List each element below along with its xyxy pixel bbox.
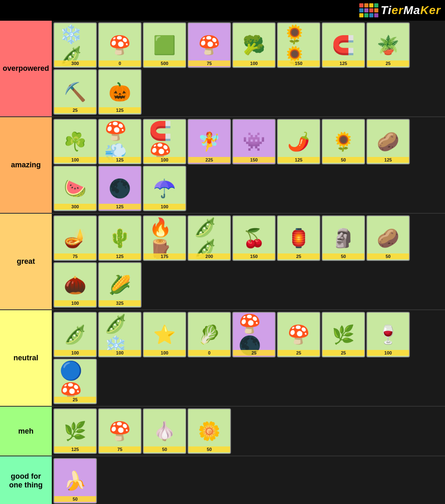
plant-card: ☘️100	[53, 119, 97, 164]
plant-card: 🎃125	[98, 69, 142, 115]
tier-label-meh: meh	[0, 407, 52, 456]
plant-cost: 100	[233, 60, 275, 66]
plant-image: 🧚	[194, 128, 225, 155]
tier-content-neutral: 🫛100🫛❄️100⭐100🥬0🍄🌑25🍄25🌿25🍷100🔵🍄25	[52, 310, 445, 406]
plant-image: 🍷	[373, 321, 404, 348]
plant-card: 🫛❄️100	[98, 312, 142, 357]
plant-image: 🔥🪵	[149, 225, 180, 252]
plant-cost: 125	[54, 446, 96, 452]
plant-cost: 200	[188, 253, 230, 259]
tier-row-overpowered: overpowered❄️🫛300🍄0🟩500🍄75🥦100🌻🌻150🧲125🪴…	[0, 21, 445, 117]
plant-card: 🧄50	[143, 408, 186, 454]
plant-image: 🫛🫛	[194, 225, 225, 252]
plant-image: 🎃	[104, 79, 135, 106]
logo-dot	[364, 3, 368, 7]
tier-content-amazing: ☘️100🍄💨125🧲🍄100🧚225👾150🌶️125🌻50🥔125🍉300🌑…	[52, 117, 445, 213]
plant-card: 🍄0	[98, 22, 142, 68]
plant-image: ⭐	[149, 321, 180, 348]
plant-card: 🍒150	[232, 215, 276, 261]
plant-cost: 50	[144, 446, 185, 452]
plant-cost: 125	[99, 204, 141, 210]
plant-card: ⭐100	[143, 312, 186, 357]
plant-image: 🧲🍄	[149, 128, 180, 155]
plant-card: 🌵125	[98, 215, 142, 261]
plant-card: 🗿50	[322, 215, 365, 261]
tier-container: overpowered❄️🫛300🍄0🟩500🍄75🥦100🌻🌻150🧲125🪴…	[0, 21, 445, 504]
plant-cost: 125	[278, 157, 320, 163]
logo-dot	[374, 3, 378, 7]
plant-card: 🍄25	[277, 312, 320, 357]
plant-cost: 125	[99, 157, 141, 163]
logo-grid	[359, 3, 378, 17]
plant-image: 🥬	[194, 321, 225, 348]
plant-cost: 125	[99, 253, 141, 259]
plant-cost: 50	[367, 253, 409, 259]
plant-card: 👾150	[232, 119, 276, 164]
plant-cost: 75	[188, 60, 230, 66]
plant-cost: 300	[54, 204, 96, 210]
tier-content-great: 🪔75🌵125🔥🪵175🫛🫛200🍒150🏮25🗿50🥔50🌰100🌽325	[52, 214, 445, 309]
tiermaker-logo: TierMaKer	[359, 3, 441, 17]
plant-card: 🫛🫛200	[188, 215, 231, 261]
plant-image: 🪴	[373, 32, 404, 59]
plant-cost: 75	[54, 253, 96, 259]
plant-image: 🍄	[194, 32, 225, 59]
plant-cost: 100	[144, 350, 185, 356]
tier-content-good-one: 🍌50	[52, 456, 445, 504]
plant-cost: 150	[278, 60, 320, 66]
plant-cost: 50	[322, 253, 364, 259]
plant-card: 🍄75	[188, 22, 231, 68]
plant-image: 🟩	[149, 32, 180, 59]
logo-dot	[364, 8, 368, 12]
tier-content-meh: 🌿125🍄75🧄50🌼50	[52, 407, 445, 456]
logo-dot	[369, 13, 373, 17]
plant-card: 🌻50	[322, 119, 365, 164]
plant-card: 🥬0	[188, 312, 231, 357]
plant-card: 🧲125	[322, 22, 365, 68]
plant-card: 🍄75	[98, 408, 142, 454]
plant-image: 🌻🌻	[283, 32, 314, 59]
plant-cost: 50	[54, 496, 96, 502]
plant-image: ☂️	[149, 175, 180, 202]
plant-image: 🧄	[149, 418, 180, 445]
logo-dot	[359, 8, 363, 12]
plant-card: 🍷100	[366, 312, 410, 357]
plant-card: 🌶️125	[277, 119, 320, 164]
plant-cost: 300	[54, 60, 96, 66]
plant-cost: 50	[322, 157, 364, 163]
tier-content-overpowered: ❄️🫛300🍄0🟩500🍄75🥦100🌻🌻150🧲125🪴25⛏️25🎃125	[52, 21, 445, 116]
header-bar: TierMaKer	[0, 0, 445, 21]
plant-image: ⛏️	[60, 79, 91, 106]
plant-image: 🌰	[60, 272, 91, 299]
plant-image: 🍌	[60, 468, 91, 494]
logo-dot	[374, 8, 378, 12]
plant-image: 🔵🍄	[60, 368, 91, 395]
plant-card: 🪔75	[53, 215, 97, 261]
plant-cost: 225	[188, 157, 230, 163]
plant-image: 🪔	[60, 225, 91, 252]
tier-label-overpowered: overpowered	[0, 21, 52, 116]
plant-image: ❄️🫛	[60, 32, 91, 59]
logo-dot	[359, 3, 363, 7]
plant-image: 🍄	[283, 321, 314, 348]
plant-card: 🍄💨125	[98, 119, 142, 164]
plant-card: 🔥🪵175	[143, 215, 186, 261]
plant-card: 🏮25	[277, 215, 320, 261]
plant-image: 🗿	[328, 225, 359, 252]
logo-dot	[369, 3, 373, 7]
plant-image: 🥦	[238, 32, 269, 59]
plant-cost: 75	[99, 446, 141, 452]
plant-cost: 100	[144, 157, 185, 163]
plant-card: 🌑125	[98, 166, 142, 211]
plant-image: 🍄🌑	[238, 321, 269, 348]
plant-image: 🥔	[373, 225, 404, 252]
plant-cost: 150	[233, 253, 275, 259]
plant-image: 🌻	[328, 128, 359, 155]
plant-image: 🧲	[328, 32, 359, 59]
plant-card: 🧲🍄100	[143, 119, 186, 164]
plant-cost: 25	[322, 350, 364, 356]
plant-cost: 50	[188, 446, 230, 452]
plant-cost: 100	[144, 204, 185, 210]
plant-cost: 100	[99, 350, 141, 356]
plant-cost: 125	[367, 157, 409, 163]
